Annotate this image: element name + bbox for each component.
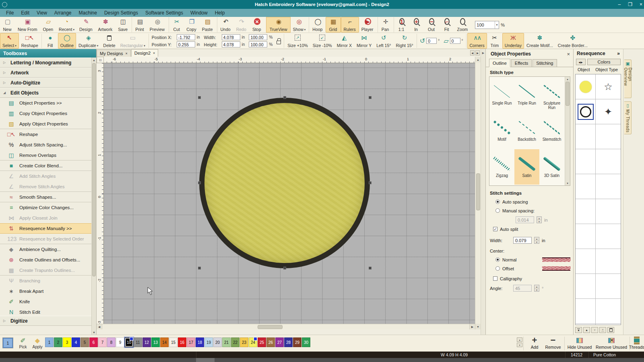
- op-tab-stitching[interactable]: Stitching: [533, 59, 557, 67]
- scale-width-input[interactable]: 100.00: [249, 34, 267, 40]
- menu-window[interactable]: Window: [187, 9, 211, 17]
- item-ambience-quilting[interactable]: ◆ Ambience Quilting...: [0, 244, 92, 255]
- item-resequence-by-selected-order[interactable]: 123 Resequence by Selected Order: [0, 234, 92, 244]
- position-x-input[interactable]: -1.792: [177, 34, 195, 40]
- stitch-type-backstitch[interactable]: Backstitch: [514, 113, 539, 148]
- size-up-button[interactable]: ↗ Size +10%: [285, 33, 310, 49]
- my-threads-tab[interactable]: ▯ My Threads: [624, 101, 632, 134]
- palette-color-24[interactable]: 24: [249, 337, 257, 347]
- palette-color-28[interactable]: 28: [284, 337, 293, 347]
- spinner-control[interactable]: ▲▼: [534, 237, 539, 244]
- height-input[interactable]: 4.078: [222, 41, 240, 47]
- item-apply-object-properties[interactable]: ▧ Apply Object Properties: [0, 119, 92, 129]
- move-down-button[interactable]: ▼: [591, 327, 598, 333]
- item-reshape[interactable]: □↖ Reshape: [0, 129, 92, 140]
- selection-handle[interactable]: [369, 267, 372, 269]
- menu-file[interactable]: File: [2, 9, 17, 17]
- close-panel-icon[interactable]: ×: [567, 51, 570, 57]
- selection-handle[interactable]: [369, 181, 372, 184]
- menu-software-settings[interactable]: Software Settings: [142, 9, 187, 17]
- rotate-right-15-button[interactable]: ↻ Right 15°: [393, 33, 415, 49]
- scroll-up-icon[interactable]: ▲: [92, 58, 96, 62]
- item-knife[interactable]: ✐ Knife: [0, 296, 92, 307]
- selection-handle[interactable]: [198, 267, 201, 269]
- palette-scroll-spinner[interactable]: ▲ ▼: [517, 337, 522, 347]
- item-add-stitch-angles[interactable]: ∠ Add Stitch Angles: [0, 171, 92, 181]
- selection-handle[interactable]: [198, 181, 201, 184]
- menu-view[interactable]: View: [33, 9, 51, 17]
- item-create-trapunto-outlines[interactable]: ▩ Create Trapunto Outlines...: [0, 265, 92, 276]
- pan-button[interactable]: ✛ Pan: [378, 17, 393, 33]
- palette-color-19[interactable]: 19: [204, 337, 213, 347]
- mirror-x-button[interactable]: ◭ Mirror X: [334, 33, 354, 49]
- center-normal-radio[interactable]: [495, 257, 500, 262]
- palette-color-11[interactable]: 11: [134, 337, 142, 347]
- tab-scroll-right-icon[interactable]: ▶: [475, 50, 480, 56]
- corners-button[interactable]: ∧∧ Corners: [467, 33, 487, 49]
- palette-color-10[interactable]: 10: [125, 337, 133, 347]
- center-offset-radio[interactable]: [495, 266, 500, 271]
- spinner-control[interactable]: ▲▼: [534, 285, 539, 292]
- rectangular-select-button[interactable]: ▭ Rectangular▾: [118, 33, 148, 49]
- scrollbar-thumb[interactable]: [258, 325, 283, 329]
- palette-color-30[interactable]: 30: [302, 337, 310, 347]
- apply-color-button[interactable]: ◆ Apply: [31, 336, 44, 349]
- print-button[interactable]: ▤ Print: [132, 17, 147, 33]
- stop-button[interactable]: × Stop: [250, 17, 265, 33]
- undo-button[interactable]: ↶ Undo: [217, 17, 234, 33]
- stitch-type-triple-run[interactable]: Triple Run: [514, 77, 539, 112]
- redo-button[interactable]: ↷ Redo: [234, 17, 250, 33]
- grid-button[interactable]: ▦ Grid: [326, 17, 341, 33]
- move-to-bottom-button[interactable]: ▼: [599, 327, 606, 333]
- selection-handle[interactable]: [198, 96, 201, 99]
- pick-color-button[interactable]: ✐ Pick: [16, 336, 30, 349]
- item-smooth-shapes[interactable]: ≈ Smooth Shapes...: [0, 192, 92, 202]
- palette-color-5[interactable]: 5: [80, 337, 89, 347]
- angle-input[interactable]: 45: [513, 285, 532, 292]
- fill-button[interactable]: ● Fill: [43, 33, 58, 49]
- stitch-type-single-run[interactable]: Single Run: [489, 77, 514, 112]
- stitch-type-stemstitch[interactable]: Stemstitch: [539, 113, 564, 148]
- vertical-scrollbar[interactable]: ▲ ▼: [475, 57, 481, 329]
- resequence-row[interactable]: ☆: [576, 74, 621, 99]
- close-button[interactable]: ×: [640, 2, 642, 7]
- show-button[interactable]: ◎ Show▾: [291, 17, 308, 33]
- colors-toggle-button[interactable]: Colors: [587, 59, 621, 65]
- preview-button[interactable]: ◎ Preview: [147, 17, 168, 33]
- horizontal-scrollbar[interactable]: ◀ ▶: [97, 324, 475, 329]
- mirror-y-button[interactable]: ⋈ Mirror Y: [354, 33, 374, 49]
- stitch-type-satin[interactable]: Satin: [514, 149, 539, 185]
- item-break-apart[interactable]: ∗ Break Apart: [0, 286, 92, 296]
- tab-scroll-left-icon[interactable]: ◀: [470, 50, 475, 56]
- chevron-down-icon[interactable]: ▾: [495, 21, 498, 29]
- zoom-1to1-button[interactable]: 1 1:1: [394, 17, 409, 33]
- design-button[interactable]: ✎ Design: [77, 17, 96, 33]
- toolbox-section-artwork[interactable]: ▷ Artwork: [0, 68, 92, 78]
- cut-button[interactable]: ✂ Cut: [169, 17, 184, 33]
- hide-unused-button[interactable]: Hide Unused: [566, 336, 593, 350]
- skew-angle-input[interactable]: 0: [450, 38, 460, 44]
- restore-button[interactable]: ❐: [628, 2, 632, 7]
- hoop-button[interactable]: ◯ Hoop: [309, 17, 326, 33]
- item-copy-object-properties[interactable]: ▥ Copy Object Properties: [0, 108, 92, 119]
- zoom-button[interactable]: Zoom: [455, 17, 471, 33]
- palette-color-13[interactable]: 13: [151, 337, 160, 347]
- palette-color-7[interactable]: 7: [98, 337, 107, 347]
- palette-color-9[interactable]: 9: [116, 337, 124, 347]
- add-color-button[interactable]: + Add: [526, 336, 543, 350]
- recent-button[interactable]: ◔ Recent▾: [56, 17, 77, 33]
- palette-color-12[interactable]: 12: [142, 337, 151, 347]
- op-tab-effects[interactable]: Effects: [511, 59, 532, 67]
- copy-button[interactable]: ❐ Copy: [184, 17, 200, 33]
- palette-color-14[interactable]: 14: [160, 337, 169, 347]
- palette-color-20[interactable]: 20: [213, 337, 222, 347]
- remove-unused-button[interactable]: Remove Unused: [594, 336, 629, 350]
- scrollbar-thumb[interactable]: [92, 63, 96, 276]
- palette-color-17[interactable]: 17: [187, 337, 195, 347]
- scroll-left-icon[interactable]: ◀: [97, 324, 102, 329]
- artwork-button[interactable]: ✽ Artwork: [96, 17, 116, 33]
- zoom-fit-button[interactable]: ⌐ Fit: [440, 17, 455, 33]
- item-optimize-color-changes[interactable]: ≡ Optimize Color Changes...: [0, 202, 92, 213]
- tab-design2[interactable]: Design2 ×: [131, 49, 159, 57]
- threads-button[interactable]: Threads: [630, 336, 644, 350]
